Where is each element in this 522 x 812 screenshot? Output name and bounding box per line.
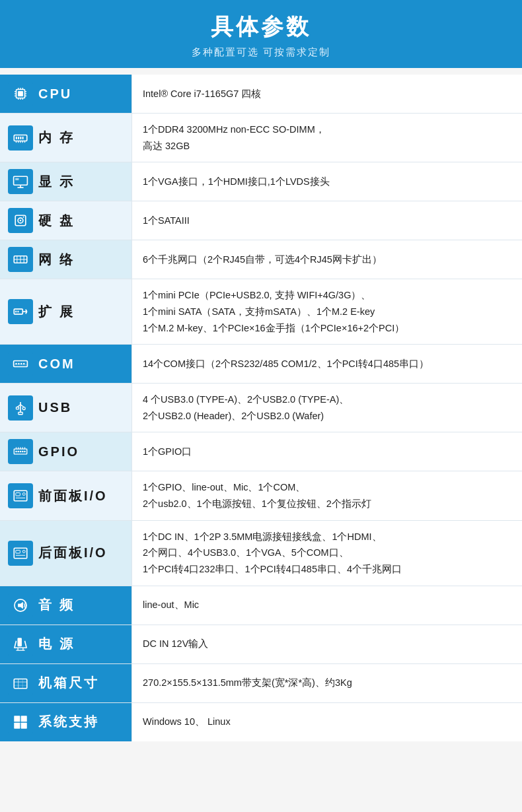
spec-label-chassis: 机箱尺寸	[0, 664, 132, 702]
spec-row-cpu: CPU Intel® Core i7-1165G7 四核	[0, 75, 522, 114]
svg-point-44	[15, 363, 17, 365]
spec-value-audio: line-out、Mic	[132, 586, 522, 625]
spec-row-audio: 音 频 line-out、Mic	[0, 586, 522, 625]
spec-row-power: 电 源 DC IN 12V输入	[0, 625, 522, 664]
spec-row-front-panel: 前面板I/O 1个GPIO、line-out、Mic、1个COM、 2个usb2…	[0, 471, 522, 520]
cpu-icon	[8, 81, 33, 106]
spec-value-expansion: 1个mini PCIe（PCIe+USB2.0, 支持 WIFI+4G/3G）、…	[132, 279, 522, 344]
svg-rect-86	[21, 716, 27, 722]
svg-point-46	[20, 363, 22, 365]
page-title: 具体参数	[0, 12, 522, 42]
expansion-icon	[8, 299, 33, 324]
chassis-icon	[8, 671, 33, 696]
svg-point-57	[17, 451, 19, 453]
svg-point-58	[20, 451, 22, 453]
spec-label-os: 系统支持	[0, 703, 132, 741]
spec-name-com: COM	[38, 356, 75, 372]
svg-point-60	[24, 451, 26, 453]
svg-rect-80	[14, 679, 27, 688]
svg-rect-85	[14, 716, 20, 722]
spec-name-display: 显 示	[38, 173, 75, 191]
spec-name-memory: 内 存	[38, 129, 75, 147]
spec-name-chassis: 机箱尺寸	[38, 674, 99, 692]
spec-value-network: 6个千兆网口（2个RJ45自带，可选4个RJ45网卡扩出）	[132, 240, 522, 279]
svg-rect-18	[22, 137, 24, 139]
spec-label-network: 网 络	[0, 240, 132, 279]
spec-value-os: Windows 10、 Linux	[132, 703, 522, 741]
storage-icon	[8, 208, 33, 233]
svg-rect-87	[14, 722, 20, 728]
svg-rect-16	[18, 137, 19, 139]
spec-name-usb: USB	[38, 400, 72, 415]
spec-table: CPU Intel® Core i7-1165G7 四核 内 存 1个DDR4 …	[0, 75, 522, 741]
spec-label-com: COM	[0, 345, 132, 383]
svg-marker-75	[18, 601, 23, 608]
spec-value-usb: 4 个USB3.0 (TYPE-A)、2个USB2.0 (TYPE-A)、 2个…	[132, 384, 522, 432]
spec-value-com: 14个COM接口（2个RS232/485 COM1/2、1个PCI转4口485串…	[132, 345, 522, 383]
memory-icon	[8, 125, 33, 151]
spec-label-memory: 内 存	[0, 114, 132, 162]
spec-value-display: 1个VGA接口，1个HDMI接口,1个LVDS接头	[132, 162, 522, 201]
audio-icon	[8, 593, 33, 618]
spec-label-front-panel: 前面板I/O	[0, 471, 132, 520]
svg-rect-88	[21, 722, 27, 728]
os-icon	[8, 710, 33, 735]
spec-row-network: 网 络 6个千兆网口（2个RJ45自带，可选4个RJ45网卡扩出）	[0, 240, 522, 279]
spec-value-rear-panel: 1个DC IN、1个2P 3.5MM电源接钮接线盒、1个HDMI、 2个网口、4…	[132, 521, 522, 586]
spec-label-rear-panel: 后面板I/O	[0, 521, 132, 586]
spec-name-audio: 音 频	[38, 596, 75, 614]
spec-name-rear-panel: 后面板I/O	[38, 544, 108, 562]
spec-row-expansion: 扩 展 1个mini PCIe（PCIe+USB2.0, 支持 WIFI+4G/…	[0, 279, 522, 345]
spec-label-usb: USB	[0, 384, 132, 432]
spec-label-power: 电 源	[0, 625, 132, 663]
svg-point-72	[22, 550, 25, 553]
svg-point-68	[22, 493, 25, 496]
power-icon	[8, 632, 33, 657]
svg-rect-38	[15, 311, 17, 313]
spec-value-power: DC IN 12V输入	[132, 625, 522, 663]
spec-name-os: 系统支持	[38, 713, 99, 731]
spec-row-storage: 硬 盘 1个SATAIII	[0, 201, 522, 240]
spec-value-storage: 1个SATAIII	[132, 201, 522, 240]
spec-value-cpu: Intel® Core i7-1165G7 四核	[132, 75, 522, 113]
spec-name-cpu: CPU	[38, 86, 72, 102]
spec-label-cpu: CPU	[0, 75, 132, 113]
front-panel-icon	[8, 483, 33, 508]
svg-point-47	[23, 363, 25, 365]
svg-rect-27	[15, 178, 19, 180]
usb-icon	[8, 395, 33, 421]
spec-label-expansion: 扩 展	[0, 279, 132, 344]
svg-rect-15	[16, 137, 17, 139]
svg-rect-67	[16, 493, 20, 496]
spec-row-os: 系统支持 Windows 10、 Linux	[0, 703, 522, 741]
com-icon	[8, 351, 33, 376]
svg-rect-39	[17, 311, 19, 313]
spec-row-usb: USB 4 个USB3.0 (TYPE-A)、2个USB2.0 (TYPE-A)…	[0, 384, 522, 432]
spec-row-com: COM 14个COM接口（2个RS232/485 COM1/2、1个PCI转4口…	[0, 345, 522, 384]
spec-value-chassis: 270.2×155.5×131.5mm带支架(宽*深*高)、约3Kg	[132, 664, 522, 702]
svg-point-45	[18, 363, 20, 365]
rear-panel-icon	[8, 541, 33, 566]
svg-point-56	[15, 451, 17, 453]
gpio-icon	[8, 439, 33, 464]
spec-label-gpio: GPIO	[0, 432, 132, 471]
spec-value-memory: 1个DDR4 3200MHz non-ECC SO-DIMM， 高达 32GB	[132, 114, 522, 162]
svg-rect-17	[20, 137, 21, 139]
page-header: 具体参数 多种配置可选 可按需求定制	[0, 0, 522, 68]
display-icon	[8, 169, 33, 194]
spec-row-display: 显 示 1个VGA接口，1个HDMI接口,1个LVDS接头	[0, 162, 522, 201]
svg-rect-76	[17, 638, 22, 646]
svg-rect-54	[19, 412, 23, 414]
svg-rect-52	[17, 407, 19, 409]
spec-label-storage: 硬 盘	[0, 201, 132, 240]
spec-row-gpio: GPIO 1个GPIO口	[0, 432, 522, 471]
spec-row-rear-panel: 后面板I/O 1个DC IN、1个2P 3.5MM电源接钮接线盒、1个HDMI、…	[0, 521, 522, 586]
spec-value-gpio: 1个GPIO口	[132, 432, 522, 471]
svg-rect-1	[18, 91, 23, 96]
page-subtitle: 多种配置可选 可按需求定制	[0, 46, 522, 59]
network-icon	[8, 247, 33, 272]
spec-name-storage: 硬 盘	[38, 212, 75, 230]
svg-point-59	[22, 451, 24, 453]
svg-point-30	[20, 220, 22, 222]
spec-row-chassis: 机箱尺寸 270.2×155.5×131.5mm带支架(宽*深*高)、约3Kg	[0, 664, 522, 703]
